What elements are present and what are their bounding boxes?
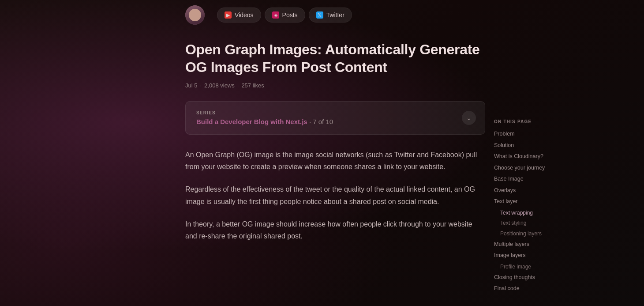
meta-dot-1: ·: [200, 82, 202, 89]
nav-posts-link[interactable]: ◈ Posts: [265, 8, 305, 23]
toc-item-11[interactable]: Image layers: [494, 252, 573, 260]
avatar[interactable]: [185, 5, 205, 25]
toc-item-12[interactable]: Profile image: [494, 263, 573, 271]
toc-item-0[interactable]: Problem: [494, 130, 573, 138]
video-icon: ▶: [225, 11, 232, 19]
meta-views: 2,008 views: [204, 82, 235, 89]
article-meta: Jul 5 · 2,008 views · 257 likes: [185, 82, 485, 89]
toc-item-1[interactable]: Solution: [494, 142, 573, 150]
toc-item-9[interactable]: Positioning layers: [494, 230, 573, 238]
series-box: SERIES Build a Developer Blog with Next.…: [185, 101, 485, 135]
avatar-inner: [185, 5, 205, 25]
article-title: Open Graph Images: Automatically Generat…: [185, 41, 485, 76]
article-paragraph-1: An Open Graph (OG) image is the image so…: [185, 149, 485, 173]
series-info: SERIES Build a Developer Blog with Next.…: [196, 110, 333, 125]
toc-list: ProblemSolutionWhat is Cloudinary?Choose…: [494, 130, 573, 293]
avatar-face: [189, 9, 201, 21]
meta-likes: 257 likes: [241, 82, 264, 89]
chevron-down-icon: ⌄: [466, 114, 472, 121]
meta-date: Jul 5: [185, 82, 197, 89]
nav-videos-link[interactable]: ▶ Videos: [217, 8, 261, 23]
series-chevron-button[interactable]: ⌄: [462, 111, 476, 125]
toc-item-10[interactable]: Multiple layers: [494, 241, 573, 249]
article-body: An Open Graph (OG) image is the image so…: [185, 149, 485, 242]
toc-item-7[interactable]: Text wrapping: [494, 209, 573, 217]
article-paragraph-2: Regardless of the effectiveness of the t…: [185, 183, 485, 207]
meta-dot-2: ·: [237, 82, 239, 89]
toc-item-6[interactable]: Text layer: [494, 198, 573, 206]
series-count: · 7 of 10: [309, 118, 333, 125]
article-paragraph-3: In theory, a better OG image should incr…: [185, 218, 485, 242]
toc-item-4[interactable]: Base Image: [494, 175, 573, 183]
toc-item-14[interactable]: Final code: [494, 285, 573, 293]
main-content: ▶ Videos ◈ Posts 𝕏 Twitter Open Graph Im…: [185, 0, 485, 306]
posts-icon: ◈: [272, 11, 279, 19]
nav-twitter-label: Twitter: [326, 11, 344, 19]
toc-item-8[interactable]: Text styling: [494, 219, 573, 227]
toc-header: ON THIS PAGE: [494, 119, 573, 124]
toc-item-13[interactable]: Closing thoughts: [494, 274, 573, 282]
nav-posts-label: Posts: [282, 11, 298, 19]
page-container: ▶ Videos ◈ Posts 𝕏 Twitter Open Graph Im…: [0, 0, 644, 306]
toc-item-3[interactable]: Choose your journey: [494, 164, 573, 172]
right-sidebar: ON THIS PAGE ProblemSolutionWhat is Clou…: [485, 119, 582, 306]
series-title-link[interactable]: Build a Developer Blog with Next.js: [196, 118, 307, 125]
toc-item-5[interactable]: Overlays: [494, 187, 573, 195]
twitter-icon: 𝕏: [316, 11, 323, 19]
top-nav: ▶ Videos ◈ Posts 𝕏 Twitter: [185, 0, 485, 34]
nav-twitter-link[interactable]: 𝕏 Twitter: [309, 8, 352, 23]
nav-links: ▶ Videos ◈ Posts 𝕏 Twitter: [217, 8, 352, 23]
series-title: Build a Developer Blog with Next.js · 7 …: [196, 118, 333, 125]
nav-videos-label: Videos: [235, 11, 254, 19]
toc-item-2[interactable]: What is Cloudinary?: [494, 153, 573, 161]
left-area: [0, 0, 185, 306]
series-label: SERIES: [196, 110, 333, 115]
